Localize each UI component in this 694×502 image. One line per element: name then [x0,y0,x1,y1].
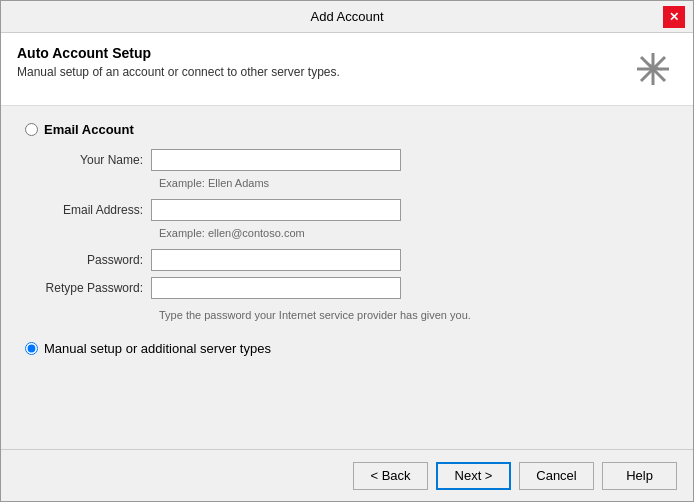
your-name-label: Your Name: [41,153,151,167]
content-area: Auto Account Setup Manual setup of an ac… [1,33,693,501]
manual-setup-radio-label[interactable]: Manual setup or additional server types [25,341,669,356]
your-name-hint: Example: Ellen Adams [159,177,669,189]
password-input[interactable] [151,249,401,271]
window-title: Add Account [31,9,663,24]
password-hint: Type the password your Internet service … [159,309,669,321]
your-name-row: Your Name: [41,149,669,171]
form-section: Email Account Your Name: Example: Ellen … [1,106,693,449]
next-button[interactable]: Next > [436,462,511,490]
email-account-group: Email Account Your Name: Example: Ellen … [25,122,669,321]
email-form-fields: Your Name: Example: Ellen Adams Email Ad… [41,149,669,321]
email-address-row: Email Address: [41,199,669,221]
button-bar: < Back Next > Cancel Help [1,449,693,501]
retype-password-input[interactable] [151,277,401,299]
email-account-radio[interactable] [25,123,38,136]
manual-setup-label: Manual setup or additional server types [44,341,271,356]
add-account-window: Add Account ✕ Auto Account Setup Manual … [0,0,694,502]
cancel-button[interactable]: Cancel [519,462,594,490]
email-account-radio-label[interactable]: Email Account [25,122,669,137]
password-row: Password: [41,249,669,271]
header-title: Auto Account Setup [17,45,629,61]
setup-icon [629,45,677,93]
header-subtitle: Manual setup of an account or connect to… [17,65,629,79]
header-section: Auto Account Setup Manual setup of an ac… [1,33,693,106]
title-bar: Add Account ✕ [1,1,693,33]
manual-setup-radio[interactable] [25,342,38,355]
retype-password-row: Retype Password: [41,277,669,299]
back-button[interactable]: < Back [353,462,428,490]
retype-password-label: Retype Password: [41,281,151,295]
your-name-input[interactable] [151,149,401,171]
help-button[interactable]: Help [602,462,677,490]
close-button[interactable]: ✕ [663,6,685,28]
email-address-label: Email Address: [41,203,151,217]
email-address-hint: Example: ellen@contoso.com [159,227,669,239]
password-label: Password: [41,253,151,267]
email-address-input[interactable] [151,199,401,221]
header-text: Auto Account Setup Manual setup of an ac… [17,45,629,79]
email-account-label: Email Account [44,122,134,137]
